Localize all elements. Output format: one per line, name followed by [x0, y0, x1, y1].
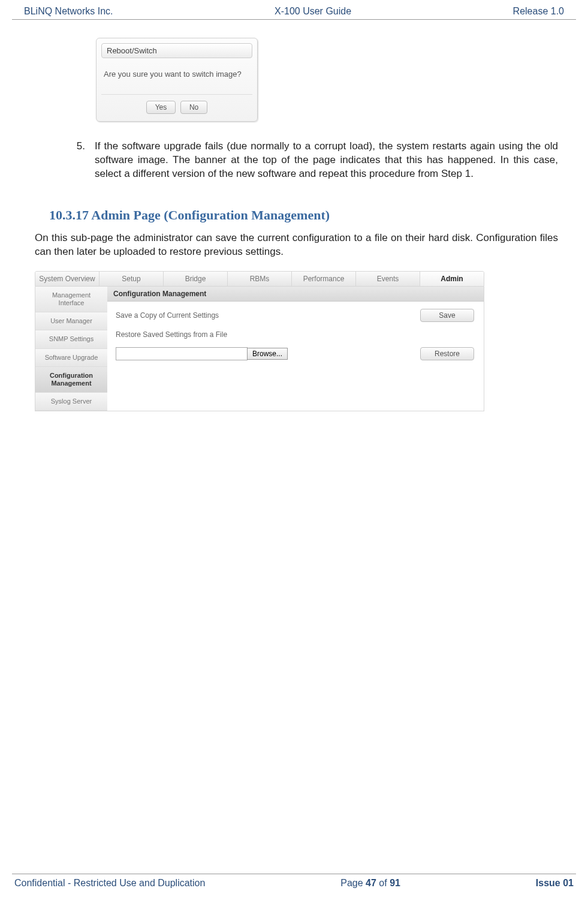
footer-page: Page 47 of 91 — [340, 878, 400, 889]
save-button[interactable]: Save — [420, 309, 474, 322]
footer-right: Issue 01 — [536, 878, 574, 889]
browse-button[interactable]: Browse... — [247, 348, 288, 360]
header-center: X-100 User Guide — [275, 6, 351, 17]
file-path-input[interactable] — [116, 347, 248, 360]
section-heading: 10.3.17 Admin Page (Configuration Manage… — [49, 207, 564, 223]
tab-performance[interactable]: Performance — [292, 272, 356, 286]
admin-config-screenshot: System OverviewSetupBridgeRBMsPerformanc… — [35, 271, 484, 412]
step-text: If the software upgrade fails (due norma… — [95, 140, 558, 181]
config-panel: Configuration Management Save a Copy of … — [107, 287, 484, 411]
sidebar-item-user-manager[interactable]: User Manager — [35, 312, 107, 330]
save-settings-label: Save a Copy of Current Settings — [116, 311, 295, 320]
tab-system-overview[interactable]: System Overview — [35, 272, 99, 286]
tab-setup[interactable]: Setup — [99, 272, 164, 286]
sidebar-item-management-interface[interactable]: Management Interface — [35, 287, 107, 312]
reboot-switch-dialog: Reboot/Switch Are you sure you want to s… — [96, 38, 258, 122]
footer-left: Confidential - Restricted Use and Duplic… — [14, 878, 205, 889]
header-right: Release 1.0 — [513, 6, 564, 17]
admin-sidebar: Management InterfaceUser ManagerSNMP Set… — [35, 287, 107, 411]
sidebar-item-configuration-management[interactable]: Configuration Management — [35, 367, 107, 393]
restore-settings-label: Restore Saved Settings from a File — [116, 330, 295, 339]
sidebar-item-syslog-server[interactable]: Syslog Server — [35, 393, 107, 411]
sidebar-item-software-upgrade[interactable]: Software Upgrade — [35, 349, 107, 367]
tab-bridge[interactable]: Bridge — [164, 272, 228, 286]
tab-admin[interactable]: Admin — [420, 272, 484, 286]
top-tabs: System OverviewSetupBridgeRBMsPerformanc… — [35, 271, 484, 287]
sidebar-item-snmp-settings[interactable]: SNMP Settings — [35, 330, 107, 348]
dialog-message: Are you sure you want to switch image? — [101, 67, 252, 94]
step-number: 5. — [71, 140, 95, 181]
dialog-divider — [101, 94, 252, 95]
tab-rbms[interactable]: RBMs — [228, 272, 292, 286]
header-left: BLiNQ Networks Inc. — [24, 6, 113, 17]
tab-events[interactable]: Events — [356, 272, 420, 286]
step-5: 5. If the software upgrade fails (due no… — [71, 140, 558, 181]
yes-button[interactable]: Yes — [146, 101, 176, 114]
restore-button[interactable]: Restore — [420, 347, 474, 360]
panel-header: Configuration Management — [107, 287, 484, 302]
dialog-title: Reboot/Switch — [101, 43, 252, 58]
page-header: BLiNQ Networks Inc. X-100 User Guide Rel… — [12, 0, 576, 20]
section-paragraph: On this sub-page the administrator can s… — [35, 231, 558, 259]
no-button[interactable]: No — [180, 101, 207, 114]
page-footer: Confidential - Restricted Use and Duplic… — [12, 874, 576, 889]
